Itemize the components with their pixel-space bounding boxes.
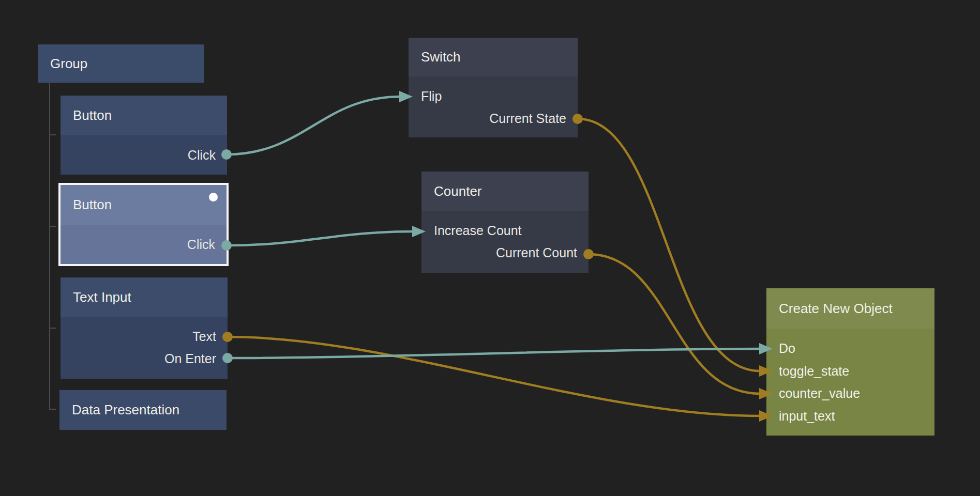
wire-click-to-increase-count[interactable] xyxy=(227,231,413,245)
wire-current-state-to-toggle-state[interactable] xyxy=(578,119,760,371)
output-port-circle-click[interactable] xyxy=(221,149,232,160)
input-port-arrow-flip[interactable] xyxy=(399,91,413,102)
wire-click-to-flip[interactable] xyxy=(227,97,400,154)
wire-current-count-to-counter-value[interactable] xyxy=(589,254,760,394)
output-port-circle-click-2[interactable] xyxy=(221,240,232,251)
input-port-arrow-increase-count[interactable] xyxy=(412,226,426,237)
output-port-circle-on-enter[interactable] xyxy=(222,353,233,363)
input-port-arrow-toggle-state[interactable] xyxy=(759,365,773,377)
output-port-circle-current-count[interactable] xyxy=(583,249,594,259)
node-editor-canvas[interactable]: Group Button Click Button Click Text Inp… xyxy=(0,0,980,496)
wire-layer xyxy=(0,0,980,496)
output-port-circle-text[interactable] xyxy=(222,332,233,342)
wire-on-enter-to-do[interactable] xyxy=(228,349,760,358)
input-port-arrow-input-text[interactable] xyxy=(759,410,773,422)
input-port-arrow-counter-value[interactable] xyxy=(759,388,773,399)
output-port-circle-current-state[interactable] xyxy=(572,114,583,124)
input-port-arrow-do[interactable] xyxy=(759,343,773,354)
